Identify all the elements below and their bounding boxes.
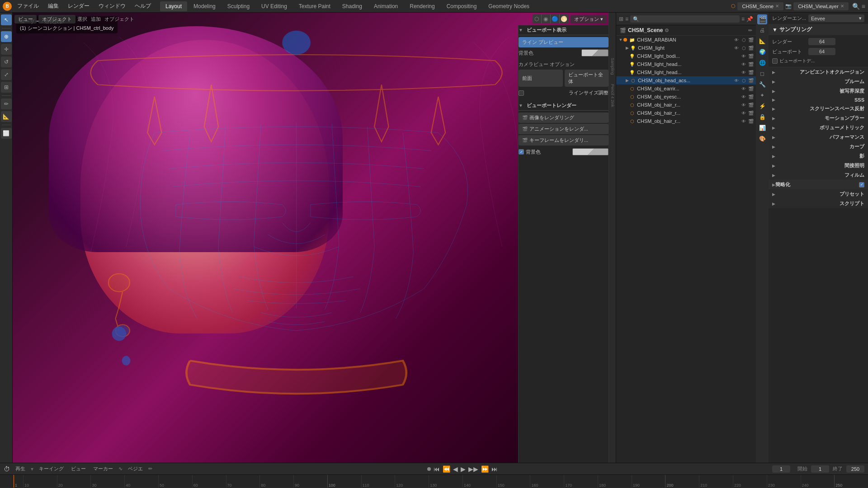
material-icon[interactable]: 🎨	[757, 134, 767, 144]
search-icon[interactable]: 🔍	[852, 3, 860, 10]
viewport-select-mode[interactable]: 選択	[77, 16, 87, 23]
transform-tool[interactable]: ⊞	[1, 82, 12, 93]
options-button[interactable]: オプション ▾	[571, 15, 607, 23]
tab-uv-editing[interactable]: UV Editing	[256, 1, 292, 11]
scene-prop-icon[interactable]: 🌍	[757, 47, 767, 57]
menu-file[interactable]: ファイル	[14, 1, 42, 11]
menu-edit[interactable]: 編集	[44, 1, 62, 11]
tree-item-earring[interactable]: ⬡ CHSM_obj_earrir... 👁 🎬	[616, 84, 756, 93]
jump-end-btn[interactable]: ⏭	[491, 465, 498, 473]
tree-item-light-head1[interactable]: 💡 CHSM_light_head... 👁 🎬	[616, 60, 756, 68]
simplify-header[interactable]: ▶ 簡略化	[769, 180, 868, 189]
outliner-pin-icon[interactable]: 📌	[746, 16, 753, 22]
tab-shading[interactable]: Shading	[337, 1, 368, 11]
sss-section-header[interactable]: ▶ SSS	[769, 96, 868, 104]
tree-expand-head-acs[interactable]: ▶	[624, 78, 630, 83]
scene-edit-icon[interactable]: ✏	[748, 28, 752, 33]
world-prop-icon[interactable]: 🌐	[757, 58, 767, 68]
tab-layout[interactable]: Layout	[160, 1, 187, 11]
shadows-header[interactable]: ▶ 影	[769, 151, 868, 161]
viewport-shading-btn[interactable]: ビュー	[14, 15, 37, 23]
indirect-header[interactable]: ▶ 間接照明	[769, 161, 868, 170]
visibility-icon-11[interactable]: 👁	[741, 118, 747, 124]
ssr-section-header[interactable]: ▶ スクリーンスペース反射	[769, 104, 868, 113]
viewlayer-tab[interactable]: CHSM_ViewLayer ✕	[793, 2, 849, 10]
denoise-check[interactable]	[772, 58, 778, 64]
render-bg-check[interactable]	[519, 149, 524, 155]
timeline-bar[interactable]: 1 10 20 30 40 50 60 70 80 90 100 110 120…	[0, 475, 868, 488]
render-image-btn[interactable]: 🎬 画像をレンダリング	[519, 113, 609, 123]
visibility-icon[interactable]: 👁	[733, 37, 740, 43]
volumetric-header[interactable]: ▶ ボリューメトリック	[769, 123, 868, 132]
ao-section-header[interactable]: ▶ アンビエントオクルージョン	[769, 67, 868, 77]
presets-header[interactable]: ▶ プリセット	[769, 189, 868, 199]
cube-tool[interactable]: ⬜	[1, 128, 12, 139]
solid-btn[interactable]: ◉	[542, 14, 551, 23]
prev-frame-btn[interactable]: ◀	[453, 465, 458, 473]
motion-blur-header[interactable]: ▶ モーションブラー	[769, 113, 868, 123]
scene-settings-icon[interactable]: ⚙	[665, 28, 669, 33]
render-keyframe-btn[interactable]: 🎬 キーフレームをレンダリ...	[519, 135, 609, 145]
play-btn[interactable]: 再生	[14, 465, 27, 473]
viewport-icon-2[interactable]: ⬡	[741, 45, 747, 51]
render-icon-6[interactable]: 🎬	[748, 77, 754, 84]
render-icon-8[interactable]: 🎬	[748, 94, 754, 100]
bezier-btn[interactable]: ベジエ	[126, 465, 145, 473]
keying-btn[interactable]: キーイング	[37, 465, 66, 473]
camera-front-btn[interactable]: 前面	[519, 70, 563, 87]
outliner-filter-icon[interactable]: ≡	[741, 16, 745, 22]
render-icon-11[interactable]: 🎬	[748, 118, 754, 124]
output-prop-icon[interactable]: 🖨	[757, 25, 767, 35]
linesize-check[interactable]	[519, 90, 524, 96]
next-frame-btn[interactable]: ▶▶	[468, 465, 478, 473]
particles-icon[interactable]: ✦	[757, 90, 767, 100]
tree-item-hair1[interactable]: ⬡ CHSM_obj_hair_r... 👁 🎬	[616, 101, 756, 109]
current-frame-input[interactable]	[772, 465, 790, 473]
data-icon[interactable]: 📊	[757, 123, 767, 133]
visibility-icon-2[interactable]: 👁	[733, 45, 740, 51]
tree-expand-root[interactable]: ▼	[618, 37, 623, 42]
measure-tool[interactable]: 📐	[1, 111, 12, 122]
jump-start-btn[interactable]: ⏮	[434, 465, 440, 473]
play-pause-btn[interactable]: ▶	[461, 465, 466, 473]
render-icon-10[interactable]: 🎬	[748, 110, 754, 116]
line-preview-btn[interactable]: ライン プレビュー	[519, 37, 609, 47]
curves-header[interactable]: ▶ カーブ	[769, 142, 868, 151]
bloom-section-header[interactable]: ▶ ブルーム	[769, 77, 868, 86]
visibility-icon-6[interactable]: 👁	[733, 77, 740, 84]
tree-item-head-acs[interactable]: ▶ ⬡ CHSM_obj_head_acs... 👁 ⬡ 🎬	[616, 76, 756, 84]
tab-compositing[interactable]: Compositing	[441, 1, 482, 11]
bg-color-swatch[interactable]	[581, 49, 609, 56]
scale-tool[interactable]: ⤢	[1, 69, 12, 80]
tab-geometry-nodes[interactable]: Geometry Nodes	[483, 1, 535, 11]
visibility-icon-5[interactable]: 👁	[741, 69, 747, 75]
move-tool[interactable]: ✛	[1, 44, 12, 55]
viewport-samples-field[interactable]	[808, 48, 835, 55]
sampling-header[interactable]: ▼ サンプリング	[769, 24, 868, 35]
start-frame-input[interactable]	[811, 465, 829, 473]
timeline-view-btn[interactable]: ビュー	[69, 465, 88, 473]
visibility-icon-3[interactable]: 👁	[741, 53, 747, 59]
render-engine-select[interactable]: Eevee ▾	[808, 14, 864, 22]
rotate-tool[interactable]: ↺	[1, 56, 12, 67]
render-bg-swatch[interactable]	[572, 148, 609, 155]
tab-sculpting[interactable]: Sculpting	[222, 1, 255, 11]
marker-btn[interactable]: マーカー	[91, 465, 115, 473]
dof-section-header[interactable]: ▶ 被写界深度	[769, 86, 868, 96]
menu-help[interactable]: ヘルプ	[131, 1, 155, 11]
visibility-icon-9[interactable]: 👁	[741, 102, 747, 108]
render-icon-2[interactable]: 🎬	[748, 45, 754, 51]
object-prop-icon[interactable]: ◻	[757, 69, 767, 79]
tree-item-root[interactable]: ▼ 📁 CHSM_ARABIAN 👁 ⬡ 🎬	[616, 36, 756, 44]
scene-tab[interactable]: CHSM_Scene ✕	[737, 2, 783, 10]
tab-rendering[interactable]: Rendering	[404, 1, 440, 11]
tab-modeling[interactable]: Modeling	[188, 1, 221, 11]
render-icon[interactable]: 🎬	[748, 37, 754, 43]
viewport-icon-6[interactable]: ⬡	[741, 77, 747, 84]
viewport-object[interactable]: オブジェクト	[104, 16, 134, 23]
film-header[interactable]: ▶ フィルム	[769, 170, 868, 180]
modifier-icon[interactable]: 🔧	[757, 80, 767, 89]
visibility-icon-4[interactable]: 👁	[741, 61, 747, 67]
tree-expand-light[interactable]: ▶	[624, 45, 630, 51]
physics-icon[interactable]: ⚡	[757, 101, 767, 111]
